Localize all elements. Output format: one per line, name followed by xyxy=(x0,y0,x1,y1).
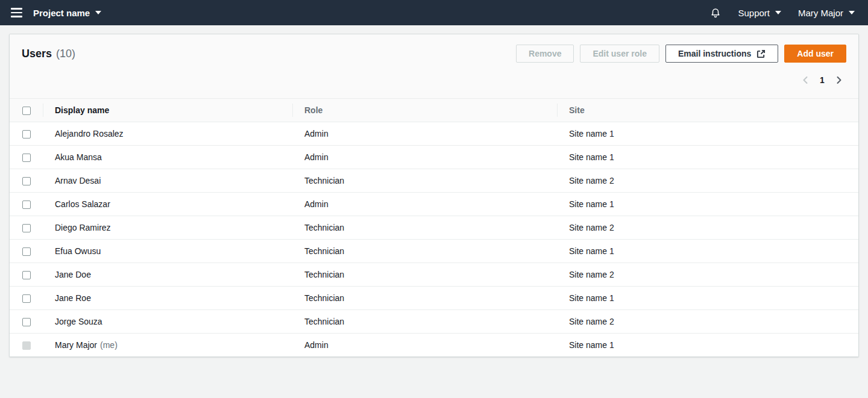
table-header-row: Display name Role Site xyxy=(10,99,858,122)
site-cell: Site name 2 xyxy=(557,169,858,192)
user-display-name: Carlos Salazar xyxy=(55,199,110,209)
role-cell: Admin xyxy=(292,122,557,145)
user-display-name: Jane Roe xyxy=(55,293,91,303)
display-name-cell: Jane Roe xyxy=(43,286,292,309)
row-checkbox[interactable] xyxy=(22,154,31,162)
table-row[interactable]: Jorge Souza Technician Site name 2 xyxy=(10,309,858,333)
row-checkbox[interactable] xyxy=(22,224,31,232)
user-display-name: Akua Mansa xyxy=(55,152,102,162)
row-checkbox xyxy=(22,341,31,350)
role-cell: Technician xyxy=(292,169,557,192)
table-row[interactable]: Carlos Salazar Admin Site name 1 xyxy=(10,192,858,216)
display-name-cell: Jorge Souza xyxy=(43,309,292,333)
user-display-name: Efua Owusu xyxy=(55,246,101,256)
user-display-name: Jorge Souza xyxy=(55,317,102,326)
caret-down-icon xyxy=(95,11,101,14)
column-header-role[interactable]: Role xyxy=(292,99,557,122)
row-checkbox[interactable] xyxy=(22,271,31,279)
select-all-checkbox[interactable] xyxy=(22,107,31,115)
users-panel: Users (10) Remove Edit user role Email i… xyxy=(9,34,859,357)
row-checkbox[interactable] xyxy=(22,201,31,209)
site-cell: Site name 1 xyxy=(557,145,858,169)
row-checkbox[interactable] xyxy=(22,318,31,326)
table-body: Alejandro Rosalez Admin Site name 1 Akua… xyxy=(10,122,858,356)
display-name-cell: Carlos Salazar xyxy=(43,192,292,216)
chevron-left-icon xyxy=(800,75,810,85)
site-cell: Site name 2 xyxy=(557,216,858,239)
row-checkbox[interactable] xyxy=(22,294,31,303)
email-instructions-button[interactable]: Email instructions xyxy=(665,45,778,63)
display-name-cell: Efua Owusu xyxy=(43,239,292,263)
external-link-icon xyxy=(756,49,766,58)
site-cell: Site name 1 xyxy=(557,239,858,263)
display-name-cell: Jane Doe xyxy=(43,263,292,286)
site-cell: Site name 1 xyxy=(557,286,858,309)
table-row[interactable]: Mary Major(me) Admin Site name 1 xyxy=(10,333,858,356)
top-navigation-bar: Project name Support Mary Major xyxy=(0,0,868,25)
display-name-cell: Akua Mansa xyxy=(43,145,292,169)
display-name-cell: Alejandro Rosalez xyxy=(43,122,292,145)
table-row[interactable]: Akua Mansa Admin Site name 1 xyxy=(10,145,858,169)
display-name-cell: Mary Major(me) xyxy=(43,333,292,356)
site-cell: Site name 1 xyxy=(557,333,858,356)
previous-page-button xyxy=(798,73,813,87)
table-row[interactable]: Alejandro Rosalez Admin Site name 1 xyxy=(10,122,858,145)
role-cell: Admin xyxy=(292,145,557,169)
page-title: Users (10) xyxy=(22,48,75,60)
page-number-current[interactable]: 1 xyxy=(816,75,828,85)
role-cell: Technician xyxy=(292,239,557,263)
support-label: Support xyxy=(738,8,770,18)
table-row[interactable]: Diego Ramirez Technician Site name 2 xyxy=(10,216,858,239)
users-panel-header: Users (10) Remove Edit user role Email i… xyxy=(10,34,858,99)
project-name-menu[interactable]: Project name xyxy=(33,8,101,18)
users-table: Display name Role Site Alejandro Rosalez… xyxy=(10,99,858,356)
users-count: (10) xyxy=(56,48,75,60)
support-menu[interactable]: Support xyxy=(738,8,781,18)
edit-user-role-button: Edit user role xyxy=(580,45,659,63)
site-cell: Site name 1 xyxy=(557,122,858,145)
role-cell: Admin xyxy=(292,192,557,216)
hamburger-menu-icon[interactable] xyxy=(8,4,25,21)
table-row[interactable]: Jane Roe Technician Site name 1 xyxy=(10,286,858,309)
table-row[interactable]: Arnav Desai Technician Site name 2 xyxy=(10,169,858,192)
column-header-site[interactable]: Site xyxy=(557,99,858,122)
notifications-button[interactable] xyxy=(710,7,721,18)
row-checkbox[interactable] xyxy=(22,177,31,185)
table-row[interactable]: Jane Doe Technician Site name 2 xyxy=(10,263,858,286)
user-display-name: Arnav Desai xyxy=(55,176,101,185)
page-content: Users (10) Remove Edit user role Email i… xyxy=(0,25,868,357)
display-name-cell: Arnav Desai xyxy=(43,169,292,192)
role-cell: Admin xyxy=(292,333,557,356)
bell-icon xyxy=(710,7,721,18)
role-cell: Technician xyxy=(292,216,557,239)
row-checkbox[interactable] xyxy=(22,130,31,138)
email-instructions-label: Email instructions xyxy=(678,49,751,58)
me-suffix: (me) xyxy=(100,340,118,350)
next-page-button[interactable] xyxy=(832,73,846,87)
role-cell: Technician xyxy=(292,263,557,286)
project-name-label: Project name xyxy=(33,8,90,18)
user-display-name: Mary Major xyxy=(55,340,97,350)
users-title: Users xyxy=(22,48,52,60)
site-cell: Site name 1 xyxy=(557,192,858,216)
pagination: 1 xyxy=(22,72,846,89)
user-display-name: Diego Ramirez xyxy=(55,223,111,232)
site-cell: Site name 2 xyxy=(557,309,858,333)
role-cell: Technician xyxy=(292,309,557,333)
add-user-button[interactable]: Add user xyxy=(784,45,846,63)
role-cell: Technician xyxy=(292,286,557,309)
user-menu[interactable]: Mary Major xyxy=(798,8,855,18)
row-checkbox[interactable] xyxy=(22,247,31,256)
site-cell: Site name 2 xyxy=(557,263,858,286)
user-display-name: Alejandro Rosalez xyxy=(55,129,124,138)
chevron-right-icon xyxy=(834,75,844,85)
user-name-label: Mary Major xyxy=(798,8,843,18)
action-buttons: Remove Edit user role Email instructions… xyxy=(516,45,846,63)
remove-button: Remove xyxy=(516,45,574,63)
column-header-display-name[interactable]: Display name xyxy=(43,99,292,122)
caret-down-icon xyxy=(849,11,855,14)
table-row[interactable]: Efua Owusu Technician Site name 1 xyxy=(10,239,858,263)
user-display-name: Jane Doe xyxy=(55,270,91,279)
display-name-cell: Diego Ramirez xyxy=(43,216,292,239)
caret-down-icon xyxy=(775,11,781,14)
